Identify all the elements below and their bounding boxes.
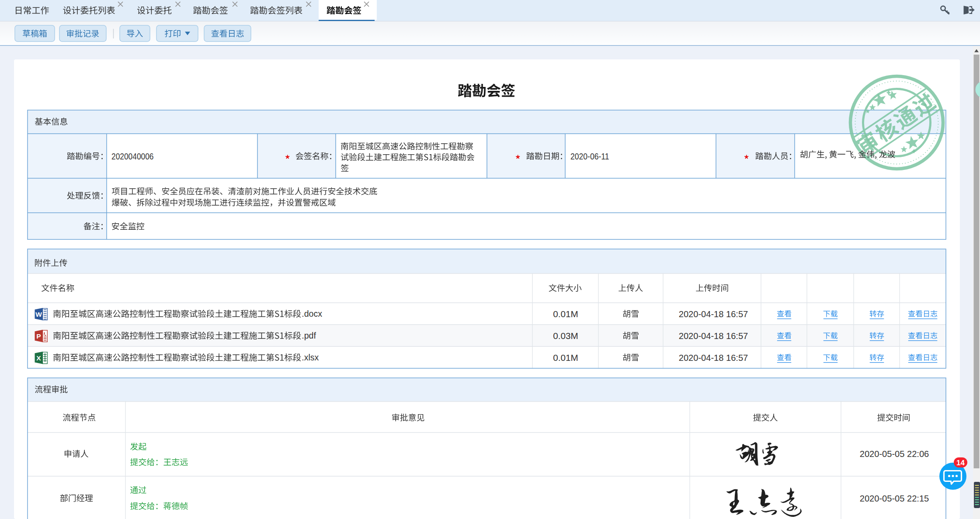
- svg-text:X: X: [36, 354, 41, 362]
- svg-text:P: P: [36, 332, 41, 340]
- svg-text:W: W: [35, 311, 42, 318]
- svg-text:0.03M: 0.03M: [553, 331, 578, 341]
- svg-text:0.01M: 0.01M: [553, 353, 578, 363]
- svg-text:2020-04-18 16:57: 2020-04-18 16:57: [679, 309, 748, 319]
- svg-text:2020-04-18 16:57: 2020-04-18 16:57: [679, 331, 748, 341]
- svg-text:2020-05-05 22:15: 2020-05-05 22:15: [860, 493, 929, 503]
- svg-text:.pdf: .pdf: [302, 331, 316, 340]
- svg-text:2020040006: 2020040006: [111, 151, 154, 161]
- svg-text:2020-04-18 16:57: 2020-04-18 16:57: [679, 353, 748, 363]
- svg-text:14: 14: [956, 459, 965, 467]
- svg-text:0.01M: 0.01M: [553, 309, 578, 319]
- svg-text:.xlsx: .xlsx: [302, 353, 319, 362]
- svg-text:.docx: .docx: [302, 309, 322, 318]
- svg-text:2020-05-05 22:06: 2020-05-05 22:06: [860, 449, 929, 459]
- svg-text:2020-06-11: 2020-06-11: [570, 151, 609, 161]
